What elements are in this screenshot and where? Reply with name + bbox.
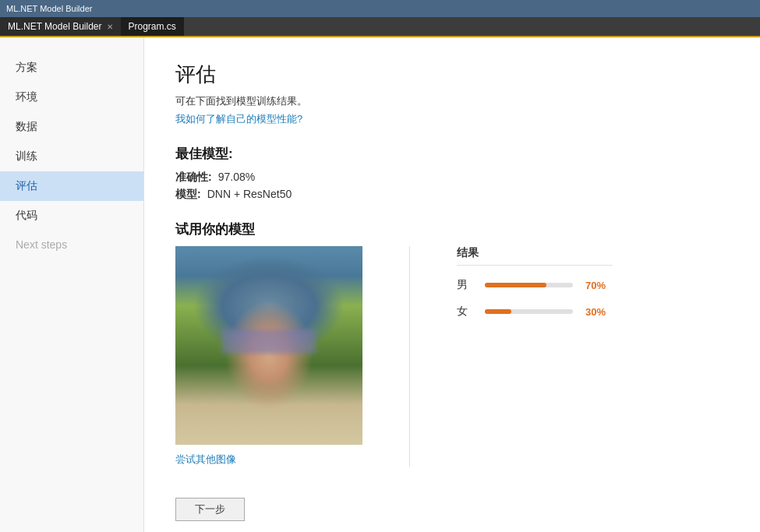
try-model-title: 试用你的模型 bbox=[175, 220, 729, 238]
model-image[interactable] bbox=[175, 246, 362, 445]
sidebar-item-data[interactable]: 数据 bbox=[0, 112, 143, 142]
try-other-link[interactable]: 尝试其他图像 bbox=[175, 453, 362, 467]
result-percent-female: 30% bbox=[585, 306, 613, 318]
title-bar: ML.NET Model Builder bbox=[0, 0, 760, 17]
image-area: 尝试其他图像 bbox=[175, 246, 362, 467]
accuracy-label: 准确性: bbox=[175, 171, 212, 185]
next-button[interactable]: 下一步 bbox=[175, 498, 245, 521]
model-value: DNN + ResNet50 bbox=[207, 188, 292, 202]
result-percent-male: 70% bbox=[585, 280, 613, 291]
sidebar-item-scenario-label: 方案 bbox=[16, 61, 37, 73]
help-link[interactable]: 我如何了解自己的模型性能? bbox=[175, 113, 302, 125]
tab-model-builder-label: ML.NET Model Builder bbox=[8, 21, 102, 32]
sidebar-item-evaluate-label: 评估 bbox=[16, 179, 37, 192]
sidebar-item-code-label: 代码 bbox=[16, 209, 37, 221]
sidebar-item-evaluate[interactable]: 评估 bbox=[0, 171, 143, 201]
result-bar-container-male bbox=[485, 283, 573, 287]
sidebar-item-next-steps-label: Next steps bbox=[16, 238, 67, 251]
model-stat: 模型: DNN + ResNet50 bbox=[175, 188, 729, 202]
sidebar-item-train[interactable]: 训练 bbox=[0, 142, 143, 171]
tab-program-cs-label: Program.cs bbox=[129, 21, 176, 32]
model-label: 模型: bbox=[175, 188, 201, 202]
sidebar-item-code[interactable]: 代码 bbox=[0, 201, 143, 231]
tab-model-builder[interactable]: ML.NET Model Builder ✕ bbox=[0, 17, 121, 36]
result-label-male: 男 bbox=[457, 278, 472, 292]
vertical-divider bbox=[409, 246, 410, 467]
title-bar-text: ML.NET Model Builder bbox=[6, 4, 92, 13]
accuracy-value: 97.08% bbox=[218, 171, 255, 185]
result-row-female: 女 30% bbox=[457, 305, 613, 319]
results-title: 结果 bbox=[457, 246, 613, 266]
tab-bar: ML.NET Model Builder ✕ Program.cs bbox=[0, 17, 760, 37]
best-model-title: 最佳模型: bbox=[175, 145, 729, 163]
sidebar-item-environment[interactable]: 环境 bbox=[0, 83, 143, 112]
main-container: 方案 环境 数据 训练 评估 代码 Next steps 评估 可在下面找到模型… bbox=[0, 37, 760, 532]
sidebar-item-train-label: 训练 bbox=[16, 150, 37, 162]
results-panel: 结果 男 70% 女 30% bbox=[457, 246, 613, 467]
eye-blur bbox=[222, 329, 316, 354]
subtitle-text: 可在下面找到模型训练结果。 bbox=[175, 94, 729, 108]
result-bar-male bbox=[485, 283, 546, 287]
sidebar: 方案 环境 数据 训练 评估 代码 Next steps bbox=[0, 37, 144, 532]
next-btn-row: 下一步 bbox=[175, 498, 729, 521]
best-model-block: 最佳模型: 准确性: 97.08% 模型: DNN + ResNet50 bbox=[175, 145, 729, 202]
sidebar-item-environment-label: 环境 bbox=[16, 90, 37, 103]
result-bar-container-female bbox=[485, 309, 573, 314]
result-bar-female bbox=[485, 309, 511, 314]
content-area: 评估 可在下面找到模型训练结果。 我如何了解自己的模型性能? 最佳模型: 准确性… bbox=[144, 37, 760, 532]
result-row-male: 男 70% bbox=[457, 278, 613, 292]
tab-program-cs[interactable]: Program.cs bbox=[121, 17, 184, 36]
try-model-section: 尝试其他图像 结果 男 70% 女 30% bbox=[175, 246, 729, 467]
sidebar-item-scenario[interactable]: 方案 bbox=[0, 53, 143, 83]
sidebar-item-next-steps[interactable]: Next steps bbox=[0, 231, 143, 259]
accuracy-stat: 准确性: 97.08% bbox=[175, 171, 729, 185]
result-label-female: 女 bbox=[457, 305, 472, 319]
tab-model-builder-close[interactable]: ✕ bbox=[107, 23, 113, 31]
sidebar-item-data-label: 数据 bbox=[16, 120, 37, 132]
page-title: 评估 bbox=[175, 61, 729, 88]
